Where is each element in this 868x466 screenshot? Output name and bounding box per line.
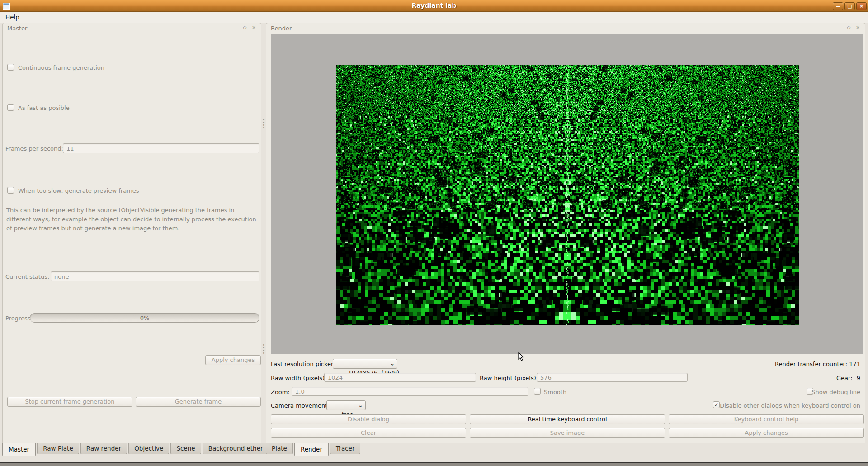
titlebar[interactable]: Raydiant lab □ × [0,0,868,12]
master-panel-title: Master [7,25,27,32]
menubar: Help [0,12,868,23]
splitter-grip[interactable]: •••• [262,344,264,356]
maximize-button[interactable]: □ [844,2,855,10]
mouse-cursor [518,352,524,361]
disable-dialogs-label: Disable other dialogs when keyboard cont… [720,402,860,409]
disable-dialog-button[interactable]: Disable dialog [271,414,466,424]
preview-frames-label: When too slow, generate preview frames [18,187,139,194]
current-status-label: Current status: [5,273,49,280]
tab-raw-render[interactable]: Raw render [80,443,127,454]
render-panel-title: Render [271,25,292,32]
render-viewport[interactable] [271,34,863,354]
preview-frames-checkbox[interactable] [7,187,14,194]
continuous-frame-label: Continuous frame generation [18,64,104,71]
fps-input[interactable] [63,143,259,153]
raw-width-label: Raw width (pixels): [271,375,327,381]
render-image[interactable] [336,65,799,325]
raw-width-input[interactable] [324,373,476,382]
gear-indicator: Gear: 9 [836,375,860,381]
apply-changes-button[interactable]: Apply changes [205,355,261,365]
menu-help[interactable]: Help [0,12,24,21]
panel-float-icon[interactable]: ◇ [241,24,248,31]
render-panel: Render ◇ × Fast resolution picker: 1024x… [266,23,865,443]
maximize-icon: □ [847,3,852,9]
camera-movement-select[interactable]: free ⌄ [326,400,366,410]
progress-label: Progress: [5,315,33,322]
window-title: Raydiant lab [0,2,868,9]
as-fast-checkbox[interactable] [7,104,14,111]
keyboard-help-button[interactable]: Keyboard control help [669,414,864,424]
close-icon: × [859,3,863,9]
tab-scene[interactable]: Scene [170,443,201,454]
save-image-button[interactable]: Save image [470,428,665,438]
tab-tracer[interactable]: Tracer [330,443,360,454]
show-debug-label: Show debug line [811,389,860,395]
as-fast-label: As fast as posible [18,105,70,111]
panel-float-icon[interactable]: ◇ [845,24,852,31]
raw-height-label: Raw height (pixels): [480,375,538,381]
resolution-picker-label: Fast resolution picker: [271,361,335,367]
window-bottom-border [0,462,868,466]
close-button[interactable]: × [856,2,867,10]
render-tabstrip: Plate Render Tracer [266,443,360,457]
progress-bar: 0% [30,313,259,323]
apply-changes-render-button[interactable]: Apply changes [669,428,864,438]
render-transfer-counter: Render transfer counter: 171 [775,361,860,367]
render-panel-header: Render ◇ × [266,23,865,32]
resolution-picker-select[interactable]: 1024x576 (16/9) ⌄ [333,359,397,369]
clear-button[interactable]: Clear [271,428,466,438]
master-panel: Master ◇ × Continuous frame generation A… [2,23,261,443]
realtime-keyboard-button[interactable]: Real time keyboard control [470,414,665,424]
tab-plate[interactable]: Plate [266,443,293,454]
minimize-button[interactable] [833,2,843,10]
panel-close-icon[interactable]: × [250,24,257,31]
stop-frame-button[interactable]: Stop current frame generation [7,397,132,407]
zoom-input[interactable] [292,387,528,396]
zoom-label: Zoom: [271,389,290,395]
tab-raw-plate[interactable]: Raw Plate [37,443,79,454]
continuous-frame-checkbox[interactable] [7,64,14,71]
preview-note-text: This can be interpreted by the source tO… [6,206,260,233]
tab-master[interactable]: Master [2,443,36,456]
current-status-input[interactable] [51,271,259,281]
camera-movement-label: Camera movement: [271,402,330,409]
smooth-label: Smooth [544,389,566,395]
tab-background-ether[interactable]: Background ether [203,443,269,454]
minimize-icon [836,6,840,7]
app-window: Raydiant lab □ × Help Master ◇ × Continu… [0,0,868,466]
master-tabstrip: Master Raw Plate Raw render Objective Sc… [2,443,269,457]
tab-objective[interactable]: Objective [128,443,169,454]
disable-dialogs-checkbox[interactable]: ✓ [713,401,720,408]
chevron-down-icon: ⌄ [358,401,363,410]
fps-label: Frames per second: [5,145,63,152]
tab-render[interactable]: Render [294,443,329,456]
panel-close-icon[interactable]: × [854,24,861,31]
chevron-down-icon: ⌄ [390,359,395,368]
master-panel-header: Master ◇ × [3,23,261,32]
smooth-checkbox[interactable] [534,388,541,395]
raw-height-input[interactable] [537,373,688,382]
splitter-grip[interactable]: •••• [262,119,264,130]
generate-frame-button[interactable]: Generate frame [136,397,261,407]
